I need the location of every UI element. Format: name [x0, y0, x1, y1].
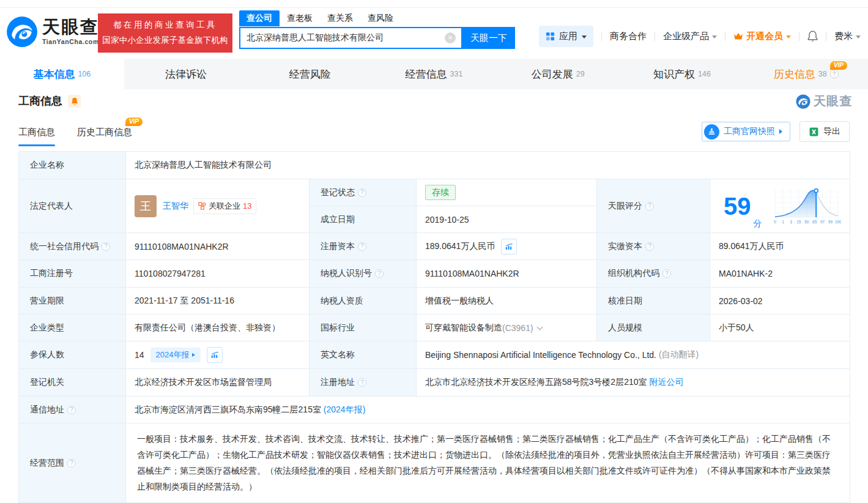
- company-tabs: 基本信息 106 法律诉讼 经营风险 经营信息 331 公司发展 29 知识产权…: [0, 59, 868, 89]
- open-membership-menu[interactable]: 开通会员: [733, 31, 791, 42]
- tab-count: 38: [818, 70, 827, 78]
- field-label-tyc-score: 天眼评分?: [597, 179, 710, 233]
- help-icon[interactable]: ?: [67, 406, 76, 414]
- search-button[interactable]: 天眼一下: [462, 27, 515, 49]
- help-icon[interactable]: ?: [358, 242, 366, 251]
- watermark-logo-icon: [796, 94, 811, 109]
- tianyancha-watermark: 天眼查: [796, 93, 852, 110]
- watermark-text: 天眼查: [814, 93, 852, 110]
- subtab-history-business-info[interactable]: VIP 历史工商信息: [77, 117, 132, 146]
- banner-line1: 都在用的商业查询工具: [113, 18, 217, 33]
- business-info-table: 企业名称 北京深纳普思人工智能技术有限公司 法定代表人 王 王智华 关联企业 1…: [18, 151, 850, 503]
- svg-text:97: 97: [820, 220, 825, 224]
- divider: [725, 32, 725, 41]
- stamp-icon: [704, 124, 719, 140]
- search-tab-company[interactable]: 查公司: [239, 10, 280, 26]
- tab-company-development[interactable]: 公司发展 29: [496, 59, 620, 89]
- field-label-taxpayer-id: 纳税人识别号?: [310, 260, 417, 288]
- annual-report-link[interactable]: (2024年报): [324, 404, 365, 415]
- notifications-button[interactable]: [807, 31, 818, 42]
- chevron-down-icon: [712, 35, 717, 39]
- related-count: 13: [243, 201, 251, 211]
- help-icon[interactable]: ?: [358, 188, 366, 197]
- field-label-registration-number: 工商注册号: [19, 260, 126, 288]
- clear-icon[interactable]: ×: [445, 32, 456, 43]
- field-label-company-type: 企业类型: [19, 315, 126, 341]
- enterprise-label: 企业级产品: [663, 31, 709, 42]
- nearby-companies-link[interactable]: 附近公司: [649, 377, 683, 388]
- field-value-establish-date: 2019-10-25: [417, 206, 597, 233]
- field-value-registration-authority: 北京经济技术开发区市场监督管理局: [126, 369, 310, 397]
- search-tab-risk[interactable]: 查风险: [360, 10, 401, 26]
- help-icon[interactable]: ?: [67, 459, 76, 468]
- field-label-industry: 国标行业: [310, 315, 417, 341]
- export-button[interactable]: 导出: [799, 121, 850, 142]
- field-value-registration-number: 110108027947281: [126, 260, 310, 288]
- tianyancha-logo-icon: [6, 16, 38, 48]
- official-snapshot-button[interactable]: 工商官网快照: [702, 122, 790, 141]
- help-icon[interactable]: ?: [358, 378, 366, 387]
- auto-translate-note: (自动翻译): [659, 349, 699, 360]
- chevron-down-icon[interactable]: [536, 324, 543, 330]
- search-area: 查公司 查老板 查关系 查风险 × 天眼一下: [239, 10, 515, 49]
- field-label-establish-date: 成立日期: [310, 206, 417, 233]
- tab-legal-proceedings[interactable]: 法律诉讼: [124, 59, 248, 89]
- search-tab-relation[interactable]: 查关系: [320, 10, 360, 26]
- annual-report-badge[interactable]: 2024年报: [150, 348, 201, 362]
- help-icon[interactable]: ?: [645, 202, 654, 211]
- field-label-insured-count: 参保人数: [19, 341, 126, 369]
- field-label-registration-authority: 登记机关: [19, 369, 126, 397]
- search-input[interactable]: [240, 33, 445, 43]
- annual-report-label: 2024年报: [156, 349, 190, 360]
- snapshot-label: 工商官网快照: [724, 126, 775, 137]
- search-tab-boss[interactable]: 查老板: [280, 10, 320, 26]
- field-label-paid-capital: 实缴资本?: [597, 233, 710, 260]
- search-box: ×: [239, 27, 462, 49]
- tab-history-info[interactable]: VIP 历史信息 38 ?: [744, 59, 868, 89]
- tab-label: 基本信息: [33, 67, 75, 81]
- field-value-staff-size: 小于50人: [710, 315, 850, 341]
- capital-trend-button[interactable]: [501, 239, 517, 255]
- tianyancha-logo[interactable]: 天眼查 TianYanCha.com: [6, 16, 99, 48]
- field-value-industry: 可穿戴智能设备制造 (C3961): [417, 315, 597, 341]
- trend-chart-icon: [505, 242, 513, 251]
- field-value-approval-date: 2026-03-02: [710, 288, 850, 315]
- avatar[interactable]: 王: [135, 195, 157, 217]
- enterprise-products-menu[interactable]: 企业级产品: [663, 31, 717, 42]
- field-value-registration-status: 存续: [417, 179, 597, 206]
- user-menu[interactable]: 费米: [834, 31, 861, 42]
- header-right-nav: 应用 商务合作 企业级产品 开通会员 费米: [539, 24, 861, 48]
- field-value-org-code: MA01NAHK-2: [710, 260, 850, 288]
- score-distribution-chart: 0 1 3 15 50 85 97 99 100: [772, 184, 842, 229]
- field-label-registered-address: 注册地址?: [310, 369, 417, 397]
- legal-representative-link[interactable]: 王智华: [163, 201, 188, 212]
- business-cooperation-link[interactable]: 商务合作: [610, 31, 647, 42]
- membership-label: 开通会员: [746, 31, 783, 42]
- help-icon[interactable]: ?: [662, 269, 671, 278]
- registration-subtabs: 工商信息 VIP 历史工商信息: [18, 117, 132, 146]
- help-icon[interactable]: ?: [375, 269, 384, 278]
- help-icon[interactable]: ?: [102, 242, 110, 251]
- divider: [799, 32, 799, 41]
- vip-badge: VIP: [830, 61, 847, 70]
- trend-chart-icon: [210, 351, 219, 359]
- insured-trend-button[interactable]: [207, 347, 223, 363]
- tab-operation-info[interactable]: 经营信息 331: [372, 59, 496, 89]
- divider: [655, 32, 655, 41]
- field-label-registration-status: 登记状态?: [310, 179, 417, 206]
- subscribe-bell-button[interactable]: [68, 95, 81, 108]
- help-icon[interactable]: ?: [645, 242, 654, 251]
- help-icon[interactable]: ?: [830, 70, 839, 78]
- subtab-label: 历史工商信息: [77, 127, 132, 137]
- apps-menu[interactable]: 应用: [539, 26, 593, 47]
- tab-intellectual-property[interactable]: 知识产权 146: [620, 59, 744, 89]
- related-companies-badge[interactable]: 关联企业 13: [193, 198, 256, 214]
- field-value-legal-representative: 王 王智华 关联企业 13: [126, 179, 310, 233]
- subtab-business-info[interactable]: 工商信息: [18, 117, 55, 146]
- org-network-icon: [198, 202, 206, 210]
- status-badge: 存续: [425, 185, 456, 201]
- tab-operation-risk[interactable]: 经营风险: [248, 59, 372, 89]
- chevron-down-icon: [582, 35, 587, 39]
- tab-basic-info[interactable]: 基本信息 106: [0, 59, 124, 89]
- field-value-english-name: Beijing Shennaposi Artificial Intelligen…: [417, 341, 850, 369]
